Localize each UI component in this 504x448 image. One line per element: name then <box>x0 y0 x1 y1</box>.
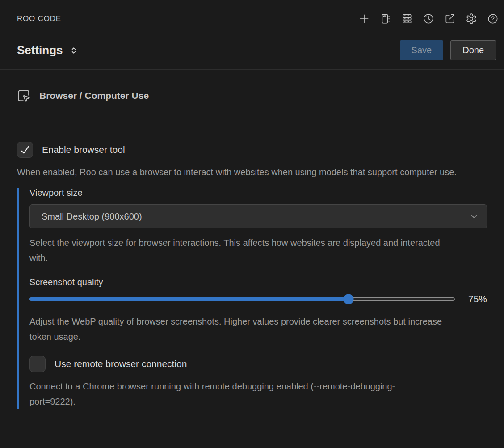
viewport-size-select[interactable]: Small Desktop (900x600) <box>29 204 487 228</box>
browser-settings-content: Enable browser tool When enabled, Roo ca… <box>0 142 504 409</box>
history-icon[interactable] <box>422 12 435 25</box>
titlebar: ROO CODE <box>0 6 504 31</box>
checkmark-icon <box>19 144 31 156</box>
header-buttons: Save Done <box>400 40 496 60</box>
done-button[interactable]: Done <box>450 40 496 60</box>
marketplace-icon[interactable] <box>379 12 392 25</box>
save-button[interactable]: Save <box>400 40 444 60</box>
section-divider <box>0 121 504 121</box>
screenshot-quality-label: Screenshot quality <box>29 277 487 287</box>
chevron-down-icon <box>469 211 479 222</box>
page-title: Settings <box>17 43 63 57</box>
screenshot-quality-slider-row: 75% <box>29 291 487 307</box>
viewport-size-description: Select the viewport size for browser int… <box>29 235 458 266</box>
settings-header-row: Settings Save Done <box>0 31 504 70</box>
app-title: ROO CODE <box>17 14 61 23</box>
remote-browser-row: Use remote browser connection <box>29 356 487 372</box>
quality-slider[interactable] <box>29 297 455 301</box>
section-title: Browser / Computer Use <box>39 90 149 101</box>
browser-options-group: Viewport size Small Desktop (900x600) Se… <box>17 188 487 409</box>
enable-browser-label[interactable]: Enable browser tool <box>42 144 125 155</box>
enable-browser-description: When enabled, Roo can use a browser to i… <box>17 165 468 180</box>
new-task-plus-icon[interactable] <box>357 12 371 25</box>
help-icon[interactable] <box>486 12 500 25</box>
remote-browser-description: Connect to a Chrome browser running with… <box>29 379 423 409</box>
quality-slider-value: 75% <box>463 294 487 304</box>
section-header: Browser / Computer Use <box>17 86 487 106</box>
settings-title-wrap[interactable]: Settings <box>17 43 78 57</box>
viewport-size-value: Small Desktop (900x600) <box>42 211 142 222</box>
remote-browser-checkbox[interactable] <box>29 356 46 372</box>
remote-browser-label[interactable]: Use remote browser connection <box>55 359 187 369</box>
quality-slider-fill <box>29 297 348 301</box>
screenshot-quality-description: Adjust the WebP quality of browser scree… <box>29 314 458 344</box>
square-mouse-pointer-icon <box>17 89 30 102</box>
open-in-editor-icon[interactable] <box>443 12 457 25</box>
settings-gear-icon[interactable] <box>465 12 478 25</box>
enable-browser-checkbox[interactable] <box>17 142 33 158</box>
titlebar-icons <box>357 12 500 25</box>
enable-browser-row: Enable browser tool <box>17 142 487 158</box>
mcp-servers-icon[interactable] <box>400 12 414 25</box>
quality-slider-thumb[interactable] <box>343 294 353 304</box>
viewport-size-label: Viewport size <box>29 188 487 198</box>
chevrons-up-down-icon[interactable] <box>69 46 78 55</box>
